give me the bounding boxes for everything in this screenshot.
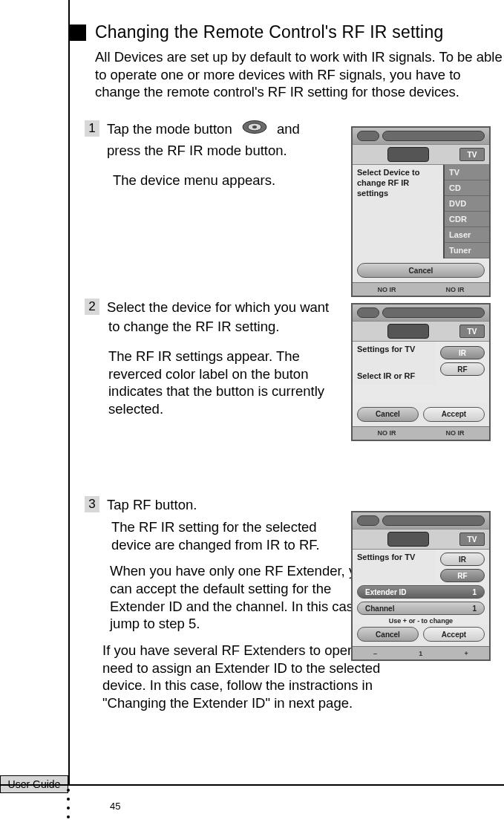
step1-text-b: and [277, 121, 300, 137]
step1-note: The device menu appears. [113, 172, 358, 189]
page-content: Changing the Remote Control's RF IR sett… [68, 0, 504, 746]
page-number: 45 [110, 801, 120, 812]
screenshot-2: TV Settings for TV Select IR or RF IR RF… [351, 303, 491, 441]
channel-row: Channel 1 [357, 602, 485, 615]
shot1-prompt: Select Device to change RF IR settings [353, 165, 443, 258]
step1-text-a: Tap the mode button [107, 121, 232, 137]
svg-point-2 [252, 126, 257, 128]
step-3: 3 Tap RF button. The RF IR setting for t… [85, 496, 504, 726]
step1-line2: press the RF IR mode button. [107, 142, 359, 160]
channel-value: 1 [472, 605, 477, 613]
step3-note2: When you have only one RF Extender, you … [110, 562, 377, 633]
settings-for-label: Settings for TV [357, 553, 431, 563]
footer-left: NO IR [377, 429, 396, 437]
section-bullet [70, 25, 86, 41]
menu-item: DVD [445, 196, 489, 212]
rf-option-selected: RF [440, 569, 485, 582]
step-1: 1 Tap the mode button and press the RF I… [85, 120, 504, 269]
use-plus-minus-note: Use + or - to change [353, 617, 489, 625]
settings-for-label: Settings for TV [357, 345, 431, 355]
footer-center: 1 [419, 650, 422, 657]
step-number: 1 [85, 120, 99, 137]
device-tab: TV [459, 325, 485, 338]
extender-id-label: Extender ID [365, 588, 407, 596]
select-ir-rf-label: Select IR or RF [357, 371, 431, 382]
footer-dots [67, 789, 70, 818]
screenshot-3: TV Settings for TV IR RF Extender ID 1 C… [351, 511, 491, 661]
device-tab: TV [459, 532, 485, 546]
step-text: Tap RF button. [107, 496, 359, 514]
step2-line2: to change the RF IR setting. [108, 318, 359, 336]
step-number: 2 [85, 299, 99, 315]
step-number: 3 [85, 496, 99, 512]
rf-option: RF [440, 362, 485, 376]
accept-button: Accept [423, 407, 485, 422]
step-text: Tap the mode button and press the RF IR … [107, 120, 359, 160]
menu-item: Laser [445, 227, 489, 243]
step-2: 2 Select the device for which you want t… [85, 299, 504, 469]
menu-item: Tuner [445, 243, 489, 258]
mode-button-icon [242, 120, 267, 138]
menu-item: CD [445, 180, 489, 196]
footer-right: NO IR [445, 429, 464, 437]
menu-item: CDR [445, 212, 489, 227]
accept-button: Accept [423, 627, 485, 642]
footer-rule [0, 784, 504, 786]
step2-note: The RF IR settings appear. The reverced … [108, 348, 353, 418]
cancel-button: Cancel [357, 627, 419, 642]
extender-id-value: 1 [472, 588, 477, 596]
cancel-button: Cancel [357, 407, 419, 422]
step3-line1: Tap RF button. [107, 496, 359, 514]
ir-option: IR [440, 346, 485, 359]
step-text: Select the device for which you want to … [107, 299, 359, 336]
intro-paragraph: All Devices are set up by default to wor… [95, 48, 503, 101]
device-menu: TV CD DVD CDR Laser Tuner [443, 165, 489, 258]
minus-icon: – [373, 650, 377, 657]
footer-right: NO IR [445, 286, 464, 293]
channel-label: Channel [365, 605, 394, 613]
cancel-button: Cancel [357, 263, 485, 278]
step2-line1: Select the device for which you want [107, 299, 359, 316]
ir-option: IR [440, 553, 485, 566]
footer-left: NO IR [377, 286, 396, 293]
plus-icon: + [465, 650, 468, 657]
step3-note1: The RF IR setting for the selected devic… [111, 518, 356, 553]
menu-item: TV [445, 165, 489, 180]
section-heading: Changing the Remote Control's RF IR sett… [95, 22, 443, 42]
heading-row: Changing the Remote Control's RF IR sett… [70, 22, 504, 42]
extender-id-row: Extender ID 1 [357, 585, 485, 599]
screenshot-1: TV Select Device to change RF IR setting… [351, 126, 491, 297]
device-tab: TV [459, 148, 485, 161]
